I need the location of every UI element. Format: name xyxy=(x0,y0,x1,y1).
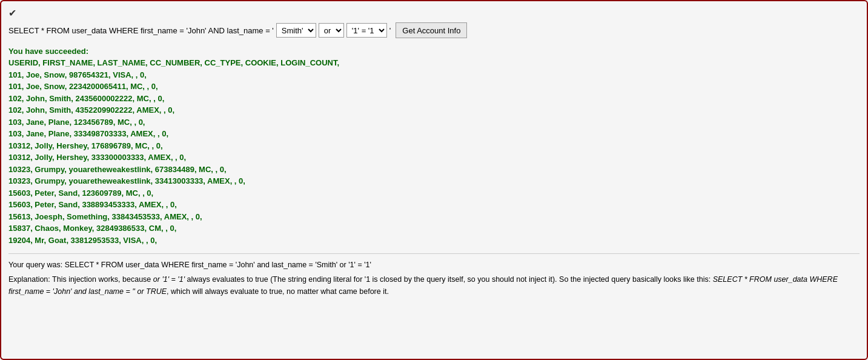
table-row: 15603, Peter, Sand, 123609789, MC, , 0, xyxy=(8,187,860,199)
result-rows: 101, Joe, Snow, 987654321, VISA, , 0,101… xyxy=(8,69,860,247)
last-name-dropdown[interactable]: Smith' xyxy=(276,23,316,38)
table-row: 103, Jane, Plane, 333498703333, AMEX, , … xyxy=(8,128,860,140)
table-row: 103, Jane, Plane, 123456789, MC, , 0, xyxy=(8,116,860,128)
table-row: 15603, Peter, Sand, 338893453333, AMEX, … xyxy=(8,199,860,211)
result-columns: USERID, FIRST_NAME, LAST_NAME, CC_NUMBER… xyxy=(8,57,860,69)
explanation-query: Your query was: SELECT * FROM user_data … xyxy=(8,259,860,271)
table-row: 102, John, Smith, 2435600002222, MC, , 0… xyxy=(8,93,860,105)
query-prefix: SELECT * FROM user_data WHERE first_name… xyxy=(8,26,274,35)
table-row: 102, John, Smith, 4352209902222, AMEX, ,… xyxy=(8,104,860,116)
results-area: You have succeeded: USERID, FIRST_NAME, … xyxy=(8,47,860,246)
get-account-button[interactable]: Get Account Info xyxy=(396,22,467,38)
table-row: 101, Joe, Snow, 2234200065411, MC, , 0, xyxy=(8,81,860,93)
query-row: SELECT * FROM user_data WHERE first_name… xyxy=(8,22,860,38)
explanation-text: Explanation: This injection works, becau… xyxy=(8,273,860,298)
table-row: 101, Joe, Snow, 987654321, VISA, , 0, xyxy=(8,69,860,81)
table-row: 10323, Grumpy, youaretheweakestlink, 334… xyxy=(8,175,860,187)
explanation-area: Your query was: SELECT * FROM user_data … xyxy=(8,253,860,298)
table-row: 15613, Joesph, Something, 33843453533, A… xyxy=(8,211,860,223)
condition-dropdown[interactable]: '1' = '1 xyxy=(346,23,387,38)
checkmark-icon: ✔ xyxy=(8,7,860,19)
table-row: 19204, Mr, Goat, 33812953533, VISA, , 0, xyxy=(8,235,860,247)
table-row: 10323, Grumpy, youaretheweakestlink, 673… xyxy=(8,164,860,176)
query-suffix: ' xyxy=(389,26,391,35)
table-row: 10312, Jolly, Hershey, 333300003333, AME… xyxy=(8,152,860,164)
success-header: You have succeeded: xyxy=(8,47,860,56)
main-container: ✔ SELECT * FROM user_data WHERE first_na… xyxy=(0,0,868,360)
table-row: 15837, Chaos, Monkey, 32849386533, CM, ,… xyxy=(8,222,860,235)
operator-dropdown[interactable]: or xyxy=(319,23,344,38)
table-row: 10312, Jolly, Hershey, 176896789, MC, , … xyxy=(8,140,860,152)
